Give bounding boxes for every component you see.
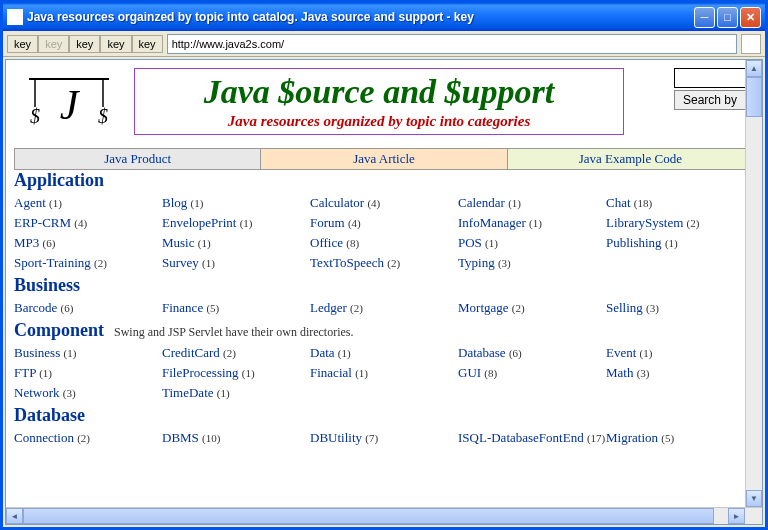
url-input[interactable] — [167, 34, 737, 54]
catalog-link[interactable]: TimeDate (1) — [162, 383, 310, 403]
tab-button-3[interactable]: key — [69, 35, 100, 53]
catalog-link[interactable]: Blog (1) — [162, 193, 310, 213]
nav-tab-article[interactable]: Java Article — [261, 149, 507, 169]
catalog-link[interactable]: LibrarySystem (2) — [606, 213, 754, 233]
search-area: Search by — [674, 68, 754, 110]
item-grid: Barcode (6)Finance (5)Ledger (2)Mortgage… — [14, 296, 754, 320]
svg-text:$: $ — [30, 105, 40, 127]
horizontal-scrollbar[interactable]: ◄ ► — [6, 507, 762, 524]
catalog-link[interactable]: Mortgage (2) — [458, 298, 606, 318]
section-header: Business — [14, 275, 80, 295]
scroll-left-button[interactable]: ◄ — [6, 508, 23, 524]
tab-button-4[interactable]: key — [100, 35, 131, 53]
banner-title: Java $ource and $upport — [155, 73, 603, 111]
section-header: Database — [14, 405, 85, 425]
item-grid: Agent (1)Blog (1)Calculator (4)Calendar … — [14, 191, 754, 275]
tab-button-2[interactable]: key — [38, 35, 69, 53]
catalog-link[interactable]: Forum (4) — [310, 213, 458, 233]
catalog-link[interactable]: Agent (1) — [14, 193, 162, 213]
toolbar-logo-icon — [741, 34, 761, 54]
catalog-link[interactable]: TextToSpeech (2) — [310, 253, 458, 273]
catalog-link[interactable]: InfoManager (1) — [458, 213, 606, 233]
section-header: Component — [14, 320, 104, 340]
catalog-link[interactable]: Business (1) — [14, 343, 162, 363]
nav-tab-example[interactable]: Java Example Code — [508, 149, 753, 169]
catalog-link[interactable]: Calculator (4) — [310, 193, 458, 213]
tab-button-5[interactable]: key — [132, 35, 163, 53]
site-logo: $ $ J — [14, 68, 124, 138]
catalog-link — [458, 383, 606, 403]
catalog-link[interactable]: MP3 (6) — [14, 233, 162, 253]
catalog-link[interactable]: ISQL-DatabaseFontEnd (17) — [458, 428, 606, 448]
catalog-link[interactable]: Connection (2) — [14, 428, 162, 448]
viewport: $ $ J Java $ource and $upport Java resou… — [5, 59, 763, 525]
catalog-link[interactable]: DBUtility (7) — [310, 428, 458, 448]
nav-tab-product[interactable]: Java Product — [15, 149, 261, 169]
banner-subtitle: Java resources organized by topic into c… — [155, 113, 603, 130]
titlebar[interactable]: Java resources orgainzed by topic into c… — [3, 3, 765, 31]
svg-text:J: J — [60, 82, 81, 128]
catalog-link — [606, 383, 754, 403]
catalog-link[interactable]: Chat (18) — [606, 193, 754, 213]
catalog-link[interactable]: Survey (1) — [162, 253, 310, 273]
scroll-up-button[interactable]: ▲ — [746, 60, 762, 77]
catalog-link[interactable]: Selling (3) — [606, 298, 754, 318]
catalog-link[interactable]: Office (8) — [310, 233, 458, 253]
catalog-link[interactable]: Network (3) — [14, 383, 162, 403]
app-icon — [7, 9, 23, 25]
catalog-link[interactable]: Math (3) — [606, 363, 754, 383]
catalog-link[interactable]: Finance (5) — [162, 298, 310, 318]
nav-tabs: Java Product Java Article Java Example C… — [14, 148, 754, 170]
maximize-button[interactable]: □ — [717, 7, 738, 28]
catalog-link[interactable]: Migration (5) — [606, 428, 754, 448]
item-grid: Connection (2)DBMS (10)DBUtility (7)ISQL… — [14, 426, 754, 450]
catalog-link[interactable]: Typing (3) — [458, 253, 606, 273]
catalog-link[interactable]: Data (1) — [310, 343, 458, 363]
tab-button-1[interactable]: key — [7, 35, 38, 53]
scroll-down-button[interactable]: ▼ — [746, 490, 762, 507]
catalog-link[interactable]: EnvelopePrint (1) — [162, 213, 310, 233]
content-area: $ $ J Java $ource and $upport Java resou… — [3, 57, 765, 527]
scroll-corner — [745, 508, 762, 524]
app-window: Java resources orgainzed by topic into c… — [0, 0, 768, 530]
catalog-link[interactable]: Sport-Training (2) — [14, 253, 162, 273]
section-note: Swing and JSP Servlet have their own dir… — [114, 325, 354, 339]
item-grid: Business (1)CreditCard (2)Data (1)Databa… — [14, 341, 754, 405]
catalog-link[interactable]: GUI (8) — [458, 363, 606, 383]
vertical-scrollbar[interactable]: ▲ ▼ — [745, 60, 762, 507]
catalog-link[interactable]: FileProcessing (1) — [162, 363, 310, 383]
catalog-link[interactable]: Ledger (2) — [310, 298, 458, 318]
catalog-link — [310, 383, 458, 403]
window-title: Java resources orgainzed by topic into c… — [27, 10, 694, 24]
catalog-link[interactable]: POS (1) — [458, 233, 606, 253]
catalog-link[interactable]: Database (6) — [458, 343, 606, 363]
catalog-link[interactable]: CreditCard (2) — [162, 343, 310, 363]
horizontal-scroll-thumb[interactable] — [23, 508, 714, 524]
section-header: Application — [14, 170, 104, 190]
svg-text:$: $ — [98, 105, 108, 127]
search-button[interactable]: Search by — [674, 90, 746, 110]
catalog-link[interactable]: Event (1) — [606, 343, 754, 363]
horizontal-scroll-track[interactable] — [23, 508, 728, 524]
scroll-right-button[interactable]: ► — [728, 508, 745, 524]
catalog-link[interactable]: Calendar (1) — [458, 193, 606, 213]
catalog-link[interactable]: Barcode (6) — [14, 298, 162, 318]
catalog-link[interactable]: FTP (1) — [14, 363, 162, 383]
banner: Java $ource and $upport Java resources o… — [134, 68, 624, 135]
vertical-scroll-thumb[interactable] — [746, 77, 762, 117]
catalog-link[interactable]: ERP-CRM (4) — [14, 213, 162, 233]
page-body: $ $ J Java $ource and $upport Java resou… — [6, 60, 762, 524]
catalog-link[interactable]: DBMS (10) — [162, 428, 310, 448]
catalog-link — [606, 253, 754, 273]
toolbar: key key key key key — [3, 31, 765, 57]
catalog-link[interactable]: Finacial (1) — [310, 363, 458, 383]
minimize-button[interactable]: ─ — [694, 7, 715, 28]
catalog-link[interactable]: Music (1) — [162, 233, 310, 253]
catalog-link[interactable]: Publishing (1) — [606, 233, 754, 253]
search-input[interactable] — [674, 68, 754, 88]
close-button[interactable]: ✕ — [740, 7, 761, 28]
